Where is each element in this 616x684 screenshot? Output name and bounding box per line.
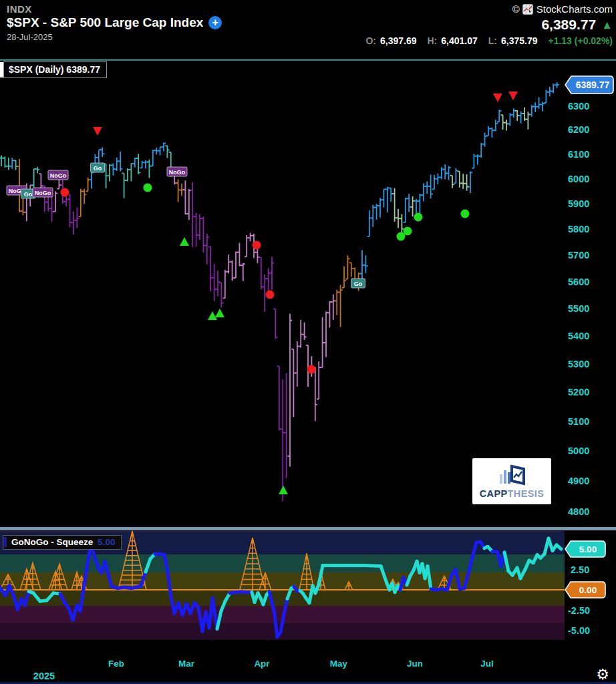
squeeze-band	[0, 554, 565, 572]
squeeze-top-tag-text: 5.00	[579, 544, 597, 554]
go-trend-triangle-icon	[180, 237, 189, 246]
ohlc-row: O: 6,397.69 H: 6,401.07 L: 6,375.79 +1.1…	[365, 35, 613, 46]
header-right: © StockCharts.com 6,389.77 ▲ O: 6,397.69…	[365, 3, 613, 46]
price-axis-tick: 6300	[568, 101, 589, 112]
watermark-thesis: THESIS	[508, 488, 545, 499]
countertrend-green-dot-icon	[144, 184, 152, 192]
open-value: 6,397.69	[380, 35, 417, 46]
countertrend-green-dot-icon	[461, 210, 470, 218]
price-axis-tick: 5200	[568, 387, 589, 397]
header-left: INDX $SPX - S&P 500 Large Cap Index + 28…	[7, 3, 222, 42]
squeeze-zero-tag-text: 0.00	[579, 585, 597, 595]
price-axis-tick: 4900	[568, 476, 589, 486]
price-axis-tick: 5100	[568, 416, 589, 427]
price-up-arrow-icon: ▲	[601, 19, 613, 31]
panel-divider-bottom[interactable]	[0, 527, 616, 530]
squeeze-title: GoNoGo - Squeeze	[11, 537, 93, 547]
settings-gear-icon[interactable]: ⚙	[592, 667, 613, 683]
squeeze-legend-accent	[3, 537, 7, 547]
chart-canvas[interactable]: NoGoGoNoGoNoGoGoNoGoGo630062006100600059…	[0, 0, 616, 684]
price-axis-tick: 4800	[568, 506, 589, 517]
price-axis-tick: 6000	[568, 174, 589, 184]
countertrend-red-dot-icon	[266, 291, 275, 299]
countertrend-green-dot-icon	[404, 227, 412, 236]
nogo-trend-triangle-icon	[493, 94, 502, 102]
panel-divider-top	[0, 59, 616, 61]
low-label: L:	[488, 35, 497, 46]
countertrend-red-dot-icon	[307, 365, 316, 374]
squeeze-legend[interactable]: GoNoGo - Squeeze 5.00	[3, 535, 122, 550]
legend-label: $SPX (Daily) 6389.77	[9, 64, 100, 75]
month-axis-label: May	[330, 659, 348, 669]
nogo-trend-triangle-icon	[508, 92, 518, 100]
month-axis-label: Jul	[480, 659, 494, 669]
squeeze-axis-tick: 2.50	[571, 564, 589, 575]
page-title: $SPX - S&P 500 Large Cap Index	[7, 15, 203, 30]
price-axis-tick: 5900	[568, 198, 589, 209]
low-value: 6,375.79	[501, 35, 538, 46]
change-value: +1.13 (+0.02%)	[548, 35, 613, 46]
price-axis-tick: 5000	[568, 446, 589, 456]
squeeze-oscillator-segment	[364, 565, 381, 566]
squeeze-axis-tick: -5.00	[568, 625, 590, 636]
go-trend-triangle-icon	[215, 309, 224, 317]
high-label: H:	[427, 35, 437, 46]
open-label: O:	[365, 35, 376, 46]
go-trend-triangle-icon	[279, 486, 288, 494]
month-axis-label: Feb	[108, 659, 124, 669]
squeeze-axis-tick: -2.50	[568, 605, 590, 616]
price-axis-tick: 5800	[568, 224, 589, 234]
price-axis-tick: 5400	[568, 331, 589, 341]
last-price-tag-text: 6389.77	[576, 79, 610, 90]
price-axis-tick: 6200	[568, 124, 589, 135]
trend-label-text: Go	[94, 165, 102, 172]
stockcharts-page: NoGoGoNoGoNoGoGoNoGoGo630062006100600059…	[0, 0, 616, 684]
high-value: 6,401.07	[441, 35, 478, 46]
go-trend-triangle-icon	[208, 311, 217, 320]
add-plus-icon[interactable]: +	[208, 16, 222, 29]
watermark-capp: CAPP	[480, 488, 508, 499]
price-axis-tick: 6100	[568, 149, 589, 160]
price-axis-tick: 5700	[568, 250, 589, 261]
stockcharts-logo-icon	[522, 4, 534, 15]
countertrend-red-dot-icon	[61, 188, 69, 197]
trend-label-text: NoGo	[35, 190, 51, 196]
copyright-symbol: ©	[512, 3, 520, 15]
exchange-label: INDX	[7, 3, 222, 15]
trend-label-text: Go	[24, 191, 33, 198]
countertrend-red-dot-icon	[253, 241, 261, 250]
trend-label-text: NoGo	[169, 169, 186, 176]
trend-label-text: Go	[354, 281, 363, 287]
squeeze-value: 5.00	[98, 537, 115, 547]
month-axis-label: Jun	[407, 659, 423, 669]
price-axis-tick: 5500	[568, 303, 589, 314]
nogo-trend-triangle-icon	[93, 127, 102, 136]
last-price: 6,389.77	[541, 17, 596, 33]
chart-date: 28-Jul-2025	[7, 32, 222, 42]
month-axis-label: Apr	[254, 659, 270, 669]
price-axis-tick: 5300	[568, 359, 589, 369]
cappthesis-watermark: CAPPTHESIS	[472, 458, 551, 504]
month-axis-label: Mar	[178, 659, 195, 669]
trend-label-text: NoGo	[50, 172, 67, 179]
cappthesis-logo-icon	[494, 464, 529, 488]
chart-legend[interactable]: $SPX (Daily) 6389.77	[3, 61, 107, 78]
price-axis-tick: 5600	[568, 277, 589, 287]
year-axis-label: 2025	[33, 671, 55, 681]
countertrend-green-dot-icon	[414, 213, 423, 222]
brand-name[interactable]: StockCharts.com	[536, 3, 613, 15]
